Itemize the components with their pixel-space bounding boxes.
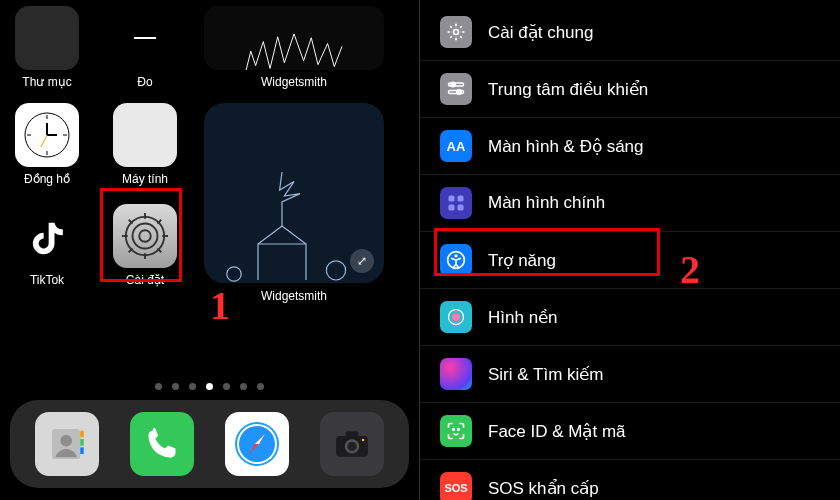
svg-point-48 bbox=[458, 429, 460, 431]
svg-point-10 bbox=[139, 230, 151, 242]
widget-small[interactable]: Widgetsmith bbox=[204, 6, 384, 89]
widgetsmith-icon bbox=[204, 6, 384, 70]
svg-rect-25 bbox=[81, 447, 84, 454]
settings-label: Màn hình chính bbox=[488, 193, 605, 213]
svg-point-38 bbox=[457, 90, 462, 95]
callout-2: 2 bbox=[680, 246, 700, 293]
settings-label: Cài đặt chung bbox=[488, 22, 593, 43]
tiktok-icon bbox=[15, 204, 79, 268]
svg-line-15 bbox=[129, 220, 133, 224]
svg-rect-30 bbox=[345, 431, 358, 437]
sos-icon: SOS bbox=[440, 472, 472, 500]
svg-point-22 bbox=[61, 435, 73, 447]
settings-label: Hình nền bbox=[488, 307, 558, 328]
settings-siri[interactable]: Siri & Tìm kiếm bbox=[420, 346, 840, 403]
dock-camera[interactable] bbox=[320, 412, 384, 476]
svg-line-18 bbox=[157, 220, 161, 224]
svg-rect-41 bbox=[449, 205, 455, 211]
settings-homescreen[interactable]: Màn hình chính bbox=[420, 175, 840, 232]
settings-icon bbox=[113, 204, 177, 268]
dock-safari[interactable] bbox=[225, 412, 289, 476]
svg-line-17 bbox=[129, 248, 133, 252]
app-clock[interactable]: Đồng hồ bbox=[8, 103, 86, 186]
settings-label: Trợ năng bbox=[488, 250, 556, 271]
svg-point-46 bbox=[452, 313, 460, 321]
widget-large[interactable]: ⤢ Widgetsmith bbox=[204, 103, 384, 303]
app-label: TikTok bbox=[30, 273, 64, 287]
app-folder[interactable]: Thư mục bbox=[8, 6, 86, 89]
siri-icon bbox=[440, 358, 472, 390]
control-center-icon bbox=[440, 73, 472, 105]
homescreen-icon bbox=[440, 187, 472, 219]
svg-rect-42 bbox=[458, 205, 464, 211]
app-settings[interactable]: Cài đặt bbox=[106, 204, 184, 287]
app-label: Thư mục bbox=[22, 75, 71, 89]
measure-icon bbox=[113, 6, 177, 70]
svg-point-9 bbox=[133, 224, 158, 249]
settings-label: SOS khẩn cấp bbox=[488, 478, 599, 499]
svg-point-37 bbox=[451, 82, 456, 87]
settings-wallpaper[interactable]: Hình nền bbox=[420, 289, 840, 346]
settings-accessibility[interactable]: Trợ năng bbox=[420, 232, 840, 289]
svg-rect-40 bbox=[458, 196, 464, 202]
dock bbox=[10, 400, 409, 488]
settings-sos[interactable]: SOS SOS khẩn cấp bbox=[420, 460, 840, 500]
app-label: Đồng hồ bbox=[24, 172, 70, 186]
svg-rect-24 bbox=[81, 439, 84, 446]
icon-row-1: Thư mục Đo Widgetsmith bbox=[8, 6, 411, 89]
settings-general[interactable]: Cài đặt chung bbox=[420, 4, 840, 61]
svg-point-32 bbox=[347, 442, 357, 452]
settings-panel: Cài đặt chung Trung tâm điều khiển AA Mà… bbox=[420, 0, 840, 500]
settings-label: Trung tâm điều khiển bbox=[488, 79, 648, 100]
calculator-icon bbox=[113, 103, 177, 167]
wallpaper-icon bbox=[440, 301, 472, 333]
clock-icon bbox=[15, 103, 79, 167]
settings-faceid[interactable]: Face ID & Mật mã bbox=[420, 403, 840, 460]
expand-icon[interactable]: ⤢ bbox=[350, 249, 374, 273]
svg-point-19 bbox=[227, 267, 241, 281]
svg-rect-39 bbox=[449, 196, 455, 202]
page-indicator[interactable] bbox=[0, 383, 419, 390]
app-measure[interactable]: Đo bbox=[106, 6, 184, 89]
homescreen-panel: Thư mục Đo Widgetsmith bbox=[0, 0, 420, 500]
app-calculator[interactable]: Máy tính bbox=[106, 103, 184, 186]
callout-1: 1 bbox=[210, 282, 230, 329]
svg-line-16 bbox=[157, 248, 161, 252]
svg-point-47 bbox=[453, 429, 455, 431]
accessibility-icon bbox=[440, 244, 472, 276]
faceid-icon bbox=[440, 415, 472, 447]
settings-display[interactable]: AA Màn hình & Độ sáng bbox=[420, 118, 840, 175]
svg-point-44 bbox=[454, 254, 457, 257]
app-label: Máy tính bbox=[122, 172, 168, 186]
dock-contacts[interactable] bbox=[35, 412, 99, 476]
widget-label: Widgetsmith bbox=[261, 289, 327, 303]
settings-control-center[interactable]: Trung tâm điều khiển bbox=[420, 61, 840, 118]
svg-rect-23 bbox=[81, 431, 84, 438]
svg-point-34 bbox=[454, 30, 459, 35]
settings-label: Face ID & Mật mã bbox=[488, 421, 626, 442]
svg-point-33 bbox=[362, 439, 364, 441]
widgetsmith-widget: ⤢ bbox=[204, 103, 384, 283]
app-tiktok[interactable]: TikTok bbox=[8, 204, 86, 287]
app-label: Cài đặt bbox=[126, 273, 164, 287]
icon-row-2: Đồng hồ TikTok Máy tính bbox=[8, 103, 411, 303]
app-label: Đo bbox=[137, 75, 152, 89]
display-icon: AA bbox=[440, 130, 472, 162]
folder-icon bbox=[15, 6, 79, 70]
settings-label: Siri & Tìm kiếm bbox=[488, 364, 603, 385]
svg-point-20 bbox=[326, 261, 345, 280]
app-label: Widgetsmith bbox=[261, 75, 327, 89]
dock-phone[interactable] bbox=[130, 412, 194, 476]
gear-icon bbox=[440, 16, 472, 48]
settings-label: Màn hình & Độ sáng bbox=[488, 136, 644, 157]
